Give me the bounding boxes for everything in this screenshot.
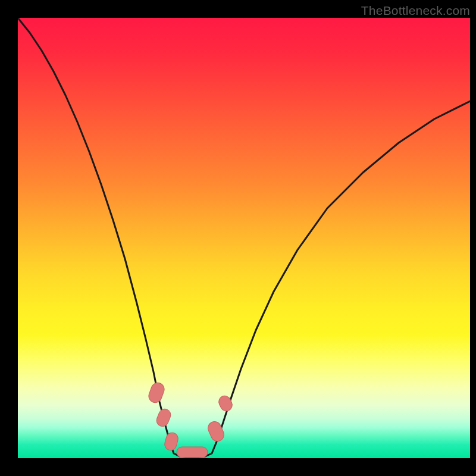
valley-marker-1	[155, 407, 173, 428]
plot-area	[18, 18, 470, 458]
valley-marker-0	[147, 381, 166, 404]
valley-marker-2	[163, 431, 179, 452]
valley-marker-3	[177, 447, 208, 458]
watermark-text: TheBottleneck.com	[361, 4, 470, 18]
chart-frame: TheBottleneck.com	[0, 0, 476, 476]
curve-layer	[18, 18, 470, 458]
bottleneck-curve	[18, 18, 470, 458]
